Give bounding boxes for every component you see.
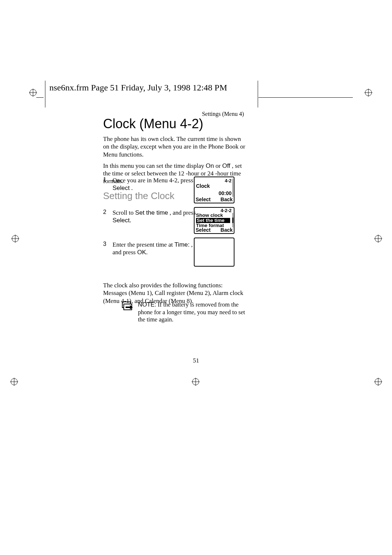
screen-time: 00:00: [219, 190, 232, 196]
text: or: [214, 162, 222, 169]
scrollbar-icon: [233, 179, 233, 197]
text: .: [146, 249, 148, 256]
command-label: Select: [113, 217, 130, 224]
softkey-right: Back: [221, 227, 233, 233]
command-label: OK: [137, 249, 146, 256]
note-arrow-icon: [122, 301, 134, 313]
phone-screen-list: 4-2-2 Show clock Set the time Time forma…: [194, 207, 234, 234]
crop-mark-icon: [374, 235, 382, 243]
crop-mark-icon: [192, 378, 200, 386]
intro-paragraph-1: The phone has its own clock. The current…: [103, 135, 246, 158]
text: .: [130, 185, 133, 191]
rule: [45, 81, 45, 108]
step-number: 3: [103, 241, 109, 247]
text: Enter the present time at: [113, 241, 174, 248]
list-item: Show clock: [196, 213, 230, 218]
crop-mark-icon: [11, 235, 19, 243]
page-title: Clock (Menu 4-2): [103, 116, 246, 131]
softkey-left: Select: [196, 197, 211, 202]
rule: [36, 97, 44, 98]
command-label: Set the time: [135, 209, 168, 216]
step-number: 1: [103, 177, 109, 183]
scrollbar-thumb-icon: [232, 218, 233, 223]
rule: [258, 97, 353, 98]
list-item-selected: Set the time: [196, 218, 230, 223]
label-on: On: [206, 162, 214, 169]
label-off: Off: [222, 162, 230, 169]
text: Once you are in Menu 4-2, press: [113, 177, 193, 184]
note-label: NOTE:: [138, 301, 156, 308]
phone-screen-clock: 4-2 Clock 00:00 Select Back: [194, 177, 234, 203]
command-label: Select: [113, 185, 130, 191]
page-frame-header: nse6nx.frm Page 51 Friday, July 3, 1998 …: [49, 83, 227, 93]
crop-mark-icon: [364, 89, 372, 97]
crop-mark-icon: [10, 378, 18, 386]
phone-screen-blank: [194, 238, 234, 267]
page-number: 51: [0, 357, 392, 364]
rule: [258, 81, 258, 108]
note-block: NOTE: If the battery is removed from the…: [122, 301, 247, 324]
menu-number: 4-2: [225, 178, 232, 183]
crop-mark-icon: [29, 89, 37, 97]
text: .: [130, 217, 131, 224]
text: In this menu you can set the time displa…: [103, 162, 206, 169]
step-number: 2: [103, 209, 109, 215]
softkey-left: Select: [196, 227, 211, 233]
screen-title: Clock: [196, 183, 210, 189]
text: Scroll to: [113, 209, 135, 216]
softkey-right: Back: [221, 197, 233, 202]
crop-mark-icon: [374, 378, 382, 386]
command-label: Time:: [174, 241, 189, 248]
note-text: NOTE: If the battery is removed from the…: [138, 301, 247, 324]
text: , and press: [168, 209, 196, 216]
